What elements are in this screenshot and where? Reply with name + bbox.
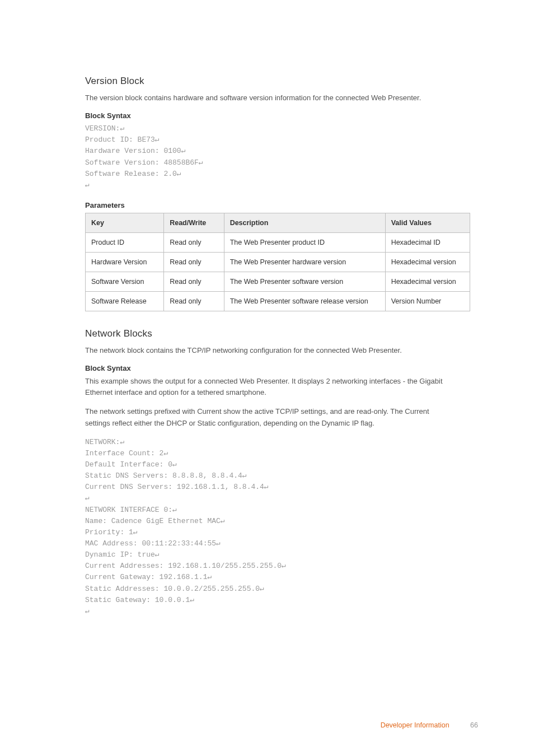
cell-key: Software Release [86,291,164,311]
footer-section-label: Developer Information [381,721,449,729]
table-row: Software Release Read only The Web Prese… [86,291,470,311]
table-row: Software Version Read only The Web Prese… [86,272,470,291]
cell-rw: Read only [164,272,224,291]
cell-desc: The Web Presenter software release versi… [224,291,385,311]
th-desc: Description [224,213,385,232]
th-valid: Valid Values [385,213,470,232]
table-row: Hardware Version Read only The Web Prese… [86,252,470,272]
code-network-block: NETWORK:↵ Interface Count: 2↵ Default In… [85,437,478,617]
cell-valid: Hexadecimal version [385,272,470,291]
heading-network-blocks: Network Blocks [85,328,478,339]
text-network-para2: The network settings prefixed with Curre… [85,406,455,428]
table-header-row: Key Read/Write Description Valid Values [86,213,470,232]
text-network-intro: The network block contains the TCP/IP ne… [85,345,443,356]
label-parameters: Parameters [85,201,478,209]
cell-valid: Hexadecimal ID [385,232,470,252]
cell-desc: The Web Presenter hardware version [224,252,385,272]
th-rw: Read/Write [164,213,224,232]
cell-valid: Hexadecimal version [385,252,470,272]
page-footer: Developer Information 66 [381,721,478,729]
cell-rw: Read only [164,232,224,252]
text-network-para1: This example shows the output for a conn… [85,376,443,398]
cell-valid: Version Number [385,291,470,311]
label-block-syntax-2: Block Syntax [85,364,478,372]
label-block-syntax-1: Block Syntax [85,111,478,120]
code-version-block: VERSION:↵ Product ID: BE73↵ Hardware Ver… [85,123,478,191]
cell-key: Software Version [86,272,164,291]
cell-key: Hardware Version [86,252,164,272]
table-version-parameters: Key Read/Write Description Valid Values … [85,213,470,311]
cell-key: Product ID [86,232,164,252]
th-key: Key [86,213,164,232]
footer-page-number: 66 [470,721,478,729]
text-version-intro: The version block contains hardware and … [85,92,443,104]
table-row: Product ID Read only The Web Presenter p… [86,232,470,252]
heading-version-block: Version Block [85,76,478,87]
cell-desc: The Web Presenter software version [224,272,385,291]
cell-desc: The Web Presenter product ID [224,232,385,252]
cell-rw: Read only [164,252,224,272]
cell-rw: Read only [164,291,224,311]
